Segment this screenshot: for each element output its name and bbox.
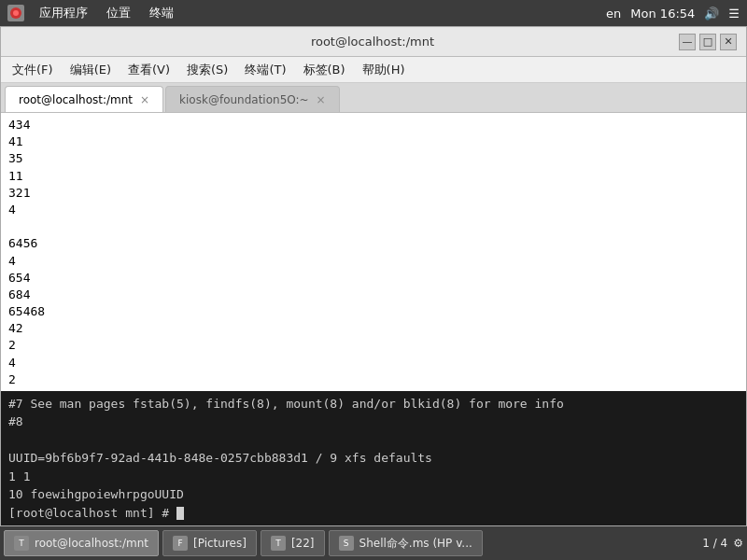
- close-button[interactable]: ✕: [720, 34, 737, 50]
- terminal-content: 434 41 35 11 321 4 6456 4 654 684 65468 …: [1, 113, 746, 525]
- terminal-menu[interactable]: 终端: [146, 3, 177, 23]
- tab-label-active: root@localhost:/mnt: [19, 93, 133, 106]
- taskbar-icon-terminal: T: [14, 536, 29, 551]
- tab-kiosk[interactable]: kiosk@foundation5O:~ ×: [165, 86, 340, 112]
- menu-tabs[interactable]: 标签(B): [296, 59, 353, 81]
- dark-terminal-area[interactable]: #7 See man pages fstab(5), findfs(8), mo…: [1, 391, 746, 526]
- menu-edit[interactable]: 编辑(E): [63, 59, 119, 81]
- title-bar: root@localhost:/mnt — □ ✕: [1, 27, 746, 57]
- dark-line-5: 1 1: [8, 468, 739, 486]
- dark-line-1: #7 See man pages fstab(5), findfs(8), mo…: [8, 395, 739, 413]
- output-line-6: 4: [8, 202, 739, 218]
- taskbar: T root@localhost:/mnt F [Pictures] T [22…: [0, 526, 747, 560]
- output-line-2: 41: [8, 133, 739, 150]
- tabs-bar: root@localhost:/mnt × kiosk@foundation5O…: [1, 83, 746, 113]
- volume-icon[interactable]: 🔊: [704, 7, 719, 21]
- system-bar-left: 应用程序 位置 终端: [7, 3, 177, 23]
- dark-line-6: 10 foewihgpoiewhrpgoUUID: [8, 485, 739, 504]
- system-bar: 应用程序 位置 终端 en Mon 16:54 🔊 ☰: [0, 0, 747, 26]
- system-logo-icon: [7, 5, 24, 21]
- output-line-16: 2: [8, 371, 739, 388]
- output-line-4: 11: [8, 168, 739, 185]
- output-line-14: 2: [8, 337, 739, 354]
- dark-line-3: [8, 431, 739, 450]
- output-line-1: 434: [8, 117, 739, 133]
- page-indicator: 1 / 4: [702, 537, 727, 550]
- output-area[interactable]: 434 41 35 11 321 4 6456 4 654 684 65468 …: [1, 113, 746, 391]
- taskbar-label-shell: Shell命令.ms (HP v...: [359, 536, 472, 552]
- menu-view[interactable]: 查看(V): [120, 59, 177, 81]
- tab-close-active[interactable]: ×: [140, 93, 149, 106]
- output-line-9: 4: [8, 253, 739, 270]
- taskbar-label-22: [22]: [291, 537, 315, 550]
- output-line-5: 321: [8, 185, 739, 202]
- taskbar-item-terminal[interactable]: T root@localhost:/mnt: [4, 530, 159, 556]
- cursor: [176, 507, 184, 520]
- tab-root-localhost[interactable]: root@localhost:/mnt ×: [5, 86, 163, 112]
- output-line-11: 684: [8, 287, 739, 303]
- window-controls: — □ ✕: [679, 34, 737, 50]
- output-line-13: 42: [8, 320, 739, 337]
- window-title: root@localhost:/mnt: [66, 35, 679, 49]
- taskbar-icon-22: T: [271, 536, 286, 551]
- taskbar-icon-pictures: F: [173, 536, 188, 551]
- menu-file[interactable]: 文件(F): [5, 59, 61, 81]
- dark-line-2: #8: [8, 413, 739, 431]
- tab-close-inactive[interactable]: ×: [317, 93, 326, 106]
- maximize-button[interactable]: □: [699, 34, 716, 50]
- settings-icon[interactable]: ☰: [728, 7, 740, 21]
- places-menu[interactable]: 位置: [103, 3, 134, 23]
- minimize-button[interactable]: —: [679, 34, 696, 50]
- output-line-7: [8, 218, 739, 235]
- svg-point-1: [13, 10, 19, 16]
- taskbar-icon-shell: S: [339, 536, 354, 551]
- tab-label-inactive: kiosk@foundation5O:~: [179, 93, 309, 106]
- terminal-prompt[interactable]: [root@localhost mnt] #: [8, 504, 739, 523]
- taskbar-right: 1 / 4 ⚙: [702, 537, 743, 550]
- taskbar-end-icon[interactable]: ⚙: [733, 537, 743, 550]
- menu-bar: 文件(F) 编辑(E) 查看(V) 搜索(S) 终端(T) 标签(B) 帮助(H…: [1, 57, 746, 83]
- taskbar-item-shell[interactable]: S Shell命令.ms (HP v...: [329, 530, 483, 556]
- system-bar-right: en Mon 16:54 🔊 ☰: [606, 7, 740, 21]
- taskbar-item-22[interactable]: T [22]: [261, 530, 325, 556]
- taskbar-label-terminal: root@localhost:/mnt: [35, 537, 148, 550]
- time-display: Mon 16:54: [630, 7, 695, 21]
- output-line-3: 35: [8, 150, 739, 167]
- taskbar-label-pictures: [Pictures]: [193, 537, 247, 550]
- lang-indicator: en: [606, 7, 621, 21]
- output-line-15: 4: [8, 355, 739, 371]
- menu-terminal[interactable]: 终端(T): [237, 59, 293, 81]
- output-line-10: 654: [8, 270, 739, 287]
- terminal-window: root@localhost:/mnt — □ ✕ 文件(F) 编辑(E) 查看…: [0, 26, 747, 526]
- taskbar-item-pictures[interactable]: F [Pictures]: [162, 530, 257, 556]
- output-line-8: 6456: [8, 235, 739, 252]
- dark-line-4: UUID=9bf6b9f7-92ad-441b-848e-0257cbb883d…: [8, 449, 739, 468]
- menu-help[interactable]: 帮助(H): [355, 59, 413, 81]
- output-line-12: 65468: [8, 303, 739, 320]
- menu-search[interactable]: 搜索(S): [179, 59, 235, 81]
- apps-menu[interactable]: 应用程序: [35, 3, 92, 23]
